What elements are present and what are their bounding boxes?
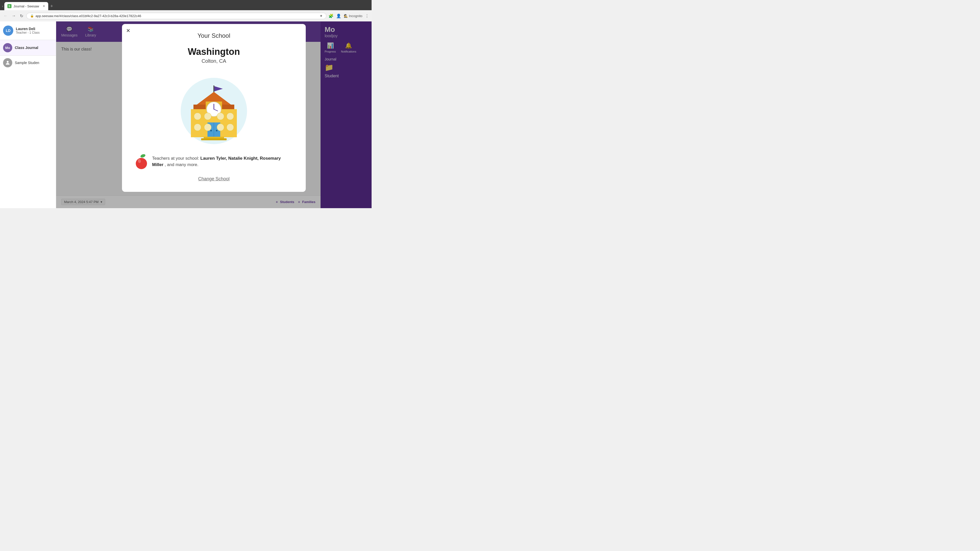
modal-overlay: ✕ Your School Washington Colton, CA [56, 21, 372, 208]
svg-rect-18 [227, 113, 234, 120]
apple-icon [135, 154, 148, 169]
svg-rect-20 [204, 124, 211, 131]
forward-button[interactable]: → [11, 13, 17, 19]
school-illustration [173, 70, 255, 147]
menu-button[interactable]: ⋮ [365, 14, 369, 18]
svg-rect-19 [194, 124, 201, 131]
tab-title: Journal - Seesaw [14, 4, 39, 8]
svg-rect-24 [201, 138, 227, 140]
svg-rect-16 [204, 113, 211, 120]
svg-point-0 [6, 61, 8, 63]
svg-rect-21 [217, 124, 224, 131]
modal-close-button[interactable]: ✕ [126, 28, 130, 33]
tab-close-button[interactable]: ✕ [43, 4, 45, 8]
nav-bar: ← → ↻ 🔒 app.seesaw.me/#/class/class.e01b… [0, 10, 372, 21]
sidebar: LD Lauren Deli Teacher - 1 Class Mo Clas… [0, 21, 56, 208]
reload-button[interactable]: ↻ [19, 13, 24, 19]
school-name: Washington [132, 46, 296, 57]
app-container: LD Lauren Deli Teacher - 1 Class Mo Clas… [0, 21, 372, 208]
extensions-button[interactable]: 🧩 [328, 14, 334, 18]
browser-chrome: ‹ S Journal - Seesaw ✕ + ← → ↻ 🔒 app.see… [0, 0, 372, 21]
teachers-text: Teachers at your school: Lauren Tyler, N… [152, 155, 293, 168]
school-modal: ✕ Your School Washington Colton, CA [122, 24, 306, 192]
user-info: Lauren Deli Teacher - 1 Class [16, 27, 40, 35]
tab-bar: ‹ S Journal - Seesaw ✕ + [0, 0, 372, 10]
svg-point-13 [210, 130, 212, 131]
profile-button[interactable]: 👤 [336, 14, 341, 18]
incognito-indicator: 🕵️ Incognito [344, 14, 363, 18]
svg-point-14 [216, 130, 218, 131]
student-name: Sample Studen [15, 61, 39, 65]
address-text: app.seesaw.me/#/class/class.e01bf4c2-9a2… [35, 14, 141, 18]
user-name: Lauren Deli [16, 27, 40, 31]
modal-teachers: Teachers at your school: Lauren Tyler, N… [132, 154, 296, 169]
svg-rect-22 [227, 124, 234, 131]
sidebar-student-item[interactable]: Sample Studen [0, 56, 56, 70]
svg-point-25 [140, 154, 146, 158]
new-tab-button[interactable]: + [50, 3, 53, 9]
school-location: Colton, CA [132, 58, 296, 64]
active-tab[interactable]: S Journal - Seesaw ✕ [4, 2, 48, 10]
svg-rect-15 [194, 113, 201, 120]
change-school-button[interactable]: Change School [132, 176, 296, 182]
svg-rect-17 [217, 113, 224, 120]
back-button[interactable]: ← [3, 13, 9, 19]
modal-title: Your School [132, 32, 296, 39]
tab-favicon: S [7, 4, 11, 8]
sidebar-class-item[interactable]: Mo Class Journal [0, 40, 56, 56]
student-avatar [3, 58, 12, 67]
main-content: 💬 Messages 📚 Library Mo loodjoy 📊 Progre… [56, 21, 372, 208]
tab-scroll-left[interactable]: ‹ [2, 4, 3, 8]
user-avatar: LD [3, 25, 13, 36]
class-avatar: Mo [3, 43, 12, 52]
address-bar[interactable]: 🔒 app.seesaw.me/#/class/class.e01bf4c2-9… [26, 13, 326, 19]
user-role: Teacher - 1 Class [16, 31, 40, 35]
svg-point-26 [136, 158, 147, 169]
class-name: Class Journal [15, 46, 38, 50]
nav-actions: 🧩 👤 🕵️ Incognito ⋮ [328, 14, 369, 18]
sidebar-user[interactable]: LD Lauren Deli Teacher - 1 Class [0, 21, 56, 40]
